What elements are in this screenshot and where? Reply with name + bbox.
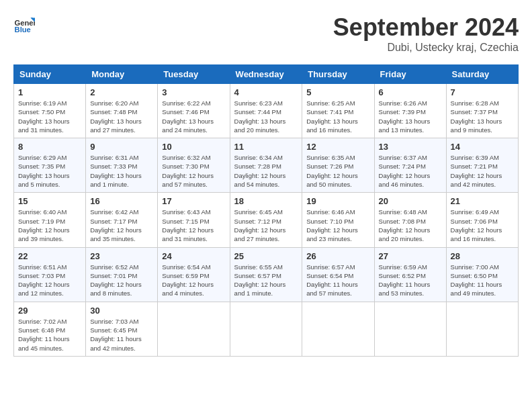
calendar-cell: 27Sunrise: 6:59 AMSunset: 6:52 PMDayligh… <box>374 247 446 302</box>
header-day-wednesday: Wednesday <box>230 65 302 84</box>
calendar-cell: 18Sunrise: 6:45 AMSunset: 7:12 PMDayligh… <box>230 193 302 247</box>
cell-info: Sunrise: 6:22 AMSunset: 7:46 PMDaylight:… <box>162 99 225 134</box>
calendar-cell <box>302 302 374 356</box>
calendar-cell: 23Sunrise: 6:52 AMSunset: 7:01 PMDayligh… <box>86 247 158 302</box>
cell-info: Sunrise: 6:25 AMSunset: 7:41 PMDaylight:… <box>306 99 369 134</box>
cell-info: Sunrise: 6:29 AMSunset: 7:35 PMDaylight:… <box>18 153 81 189</box>
day-number: 5 <box>306 87 369 97</box>
cell-info: Sunrise: 6:51 AMSunset: 7:03 PMDaylight:… <box>18 263 81 298</box>
cell-info: Sunrise: 6:49 AMSunset: 7:06 PMDaylight:… <box>451 208 514 243</box>
cell-info: Sunrise: 6:20 AMSunset: 7:48 PMDaylight:… <box>90 99 153 134</box>
logo-icon: General Blue <box>13 13 35 35</box>
calendar-cell: 9Sunrise: 6:31 AMSunset: 7:33 PMDaylight… <box>86 138 158 193</box>
cell-info: Sunrise: 6:19 AMSunset: 7:50 PMDaylight:… <box>18 99 81 134</box>
title-area: September 2024 Dubi, Ustecky kraj, Czech… <box>333 13 519 54</box>
day-number: 23 <box>90 251 153 261</box>
day-number: 11 <box>234 142 298 152</box>
calendar-cell: 8Sunrise: 6:29 AMSunset: 7:35 PMDaylight… <box>14 138 86 193</box>
day-number: 16 <box>90 196 153 206</box>
day-number: 8 <box>18 142 81 152</box>
logo: General Blue <box>13 13 35 35</box>
calendar-cell: 10Sunrise: 6:32 AMSunset: 7:30 PMDayligh… <box>158 138 230 193</box>
calendar-table: SundayMondayTuesdayWednesdayThursdayFrid… <box>13 64 519 357</box>
day-number: 4 <box>234 87 298 97</box>
day-number: 29 <box>18 306 81 316</box>
calendar-cell: 12Sunrise: 6:35 AMSunset: 7:26 PMDayligh… <box>302 138 374 193</box>
calendar-cell: 17Sunrise: 6:43 AMSunset: 7:15 PMDayligh… <box>158 193 230 247</box>
header-day-thursday: Thursday <box>302 65 374 84</box>
calendar-cell: 19Sunrise: 6:46 AMSunset: 7:10 PMDayligh… <box>302 193 374 247</box>
cell-info: Sunrise: 6:26 AMSunset: 7:39 PMDaylight:… <box>379 99 442 134</box>
day-number: 21 <box>451 196 514 206</box>
cell-info: Sunrise: 6:59 AMSunset: 6:52 PMDaylight:… <box>379 263 442 298</box>
cell-info: Sunrise: 6:52 AMSunset: 7:01 PMDaylight:… <box>90 263 153 298</box>
cell-info: Sunrise: 6:28 AMSunset: 7:37 PMDaylight:… <box>451 99 514 134</box>
calendar-cell <box>374 302 446 356</box>
cell-info: Sunrise: 7:00 AMSunset: 6:50 PMDaylight:… <box>451 263 514 298</box>
cell-info: Sunrise: 6:46 AMSunset: 7:10 PMDaylight:… <box>306 208 369 243</box>
calendar-cell: 5Sunrise: 6:25 AMSunset: 7:41 PMDaylight… <box>302 84 374 138</box>
calendar-cell: 7Sunrise: 6:28 AMSunset: 7:37 PMDaylight… <box>446 84 518 138</box>
svg-text:Blue: Blue <box>15 26 31 34</box>
cell-info: Sunrise: 6:48 AMSunset: 7:08 PMDaylight:… <box>379 208 442 243</box>
calendar-cell: 6Sunrise: 6:26 AMSunset: 7:39 PMDaylight… <box>374 84 446 138</box>
calendar-cell: 15Sunrise: 6:40 AMSunset: 7:19 PMDayligh… <box>14 193 86 247</box>
day-number: 19 <box>306 196 369 206</box>
day-number: 18 <box>234 196 298 206</box>
cell-info: Sunrise: 6:42 AMSunset: 7:17 PMDaylight:… <box>90 208 153 243</box>
calendar-cell: 30Sunrise: 7:03 AMSunset: 6:45 PMDayligh… <box>86 302 158 356</box>
calendar-cell <box>446 302 518 356</box>
calendar-cell <box>158 302 230 356</box>
day-number: 22 <box>18 251 81 261</box>
header-day-friday: Friday <box>374 65 446 84</box>
day-number: 20 <box>379 196 442 206</box>
calendar-week-2: 8Sunrise: 6:29 AMSunset: 7:35 PMDaylight… <box>14 138 519 193</box>
day-number: 17 <box>162 196 225 206</box>
day-number: 12 <box>306 142 369 152</box>
header-day-monday: Monday <box>86 65 158 84</box>
cell-info: Sunrise: 6:32 AMSunset: 7:30 PMDaylight:… <box>162 153 225 189</box>
calendar-cell <box>230 302 302 356</box>
calendar-cell: 16Sunrise: 6:42 AMSunset: 7:17 PMDayligh… <box>86 193 158 247</box>
calendar-cell: 29Sunrise: 7:02 AMSunset: 6:48 PMDayligh… <box>14 302 86 356</box>
day-number: 1 <box>18 87 81 97</box>
day-number: 25 <box>234 251 298 261</box>
calendar-week-4: 22Sunrise: 6:51 AMSunset: 7:03 PMDayligh… <box>14 247 519 302</box>
calendar-cell: 2Sunrise: 6:20 AMSunset: 7:48 PMDaylight… <box>86 84 158 138</box>
day-number: 7 <box>451 87 514 97</box>
calendar-cell: 22Sunrise: 6:51 AMSunset: 7:03 PMDayligh… <box>14 247 86 302</box>
cell-info: Sunrise: 6:37 AMSunset: 7:24 PMDaylight:… <box>379 153 442 189</box>
day-number: 28 <box>451 251 514 261</box>
calendar-cell: 1Sunrise: 6:19 AMSunset: 7:50 PMDaylight… <box>14 84 86 138</box>
day-number: 24 <box>162 251 225 261</box>
page-title: September 2024 <box>333 13 519 42</box>
cell-info: Sunrise: 6:43 AMSunset: 7:15 PMDaylight:… <box>162 208 225 243</box>
calendar-cell: 20Sunrise: 6:48 AMSunset: 7:08 PMDayligh… <box>374 193 446 247</box>
calendar-week-1: 1Sunrise: 6:19 AMSunset: 7:50 PMDaylight… <box>14 84 519 138</box>
calendar-cell: 24Sunrise: 6:54 AMSunset: 6:59 PMDayligh… <box>158 247 230 302</box>
cell-info: Sunrise: 6:35 AMSunset: 7:26 PMDaylight:… <box>306 153 369 189</box>
day-number: 13 <box>379 142 442 152</box>
calendar-cell: 14Sunrise: 6:39 AMSunset: 7:21 PMDayligh… <box>446 138 518 193</box>
calendar-cell: 26Sunrise: 6:57 AMSunset: 6:54 PMDayligh… <box>302 247 374 302</box>
cell-info: Sunrise: 6:45 AMSunset: 7:12 PMDaylight:… <box>234 208 298 243</box>
day-number: 27 <box>379 251 442 261</box>
cell-info: Sunrise: 7:03 AMSunset: 6:45 PMDaylight:… <box>90 317 153 353</box>
day-number: 14 <box>451 142 514 152</box>
cell-info: Sunrise: 6:34 AMSunset: 7:28 PMDaylight:… <box>234 153 298 189</box>
calendar-week-5: 29Sunrise: 7:02 AMSunset: 6:48 PMDayligh… <box>14 302 519 356</box>
cell-info: Sunrise: 6:40 AMSunset: 7:19 PMDaylight:… <box>18 208 81 243</box>
page-header: General Blue September 2024 Dubi, Usteck… <box>13 13 519 54</box>
cell-info: Sunrise: 6:54 AMSunset: 6:59 PMDaylight:… <box>162 263 225 298</box>
cell-info: Sunrise: 6:55 AMSunset: 6:57 PMDaylight:… <box>234 263 298 298</box>
calendar-cell: 4Sunrise: 6:23 AMSunset: 7:44 PMDaylight… <box>230 84 302 138</box>
calendar-header-row: SundayMondayTuesdayWednesdayThursdayFrid… <box>14 65 519 84</box>
header-day-tuesday: Tuesday <box>158 65 230 84</box>
calendar-cell: 13Sunrise: 6:37 AMSunset: 7:24 PMDayligh… <box>374 138 446 193</box>
day-number: 10 <box>162 142 225 152</box>
page-subtitle: Dubi, Ustecky kraj, Czechia <box>333 42 519 54</box>
cell-info: Sunrise: 6:31 AMSunset: 7:33 PMDaylight:… <box>90 153 153 189</box>
day-number: 6 <box>379 87 442 97</box>
calendar-cell: 11Sunrise: 6:34 AMSunset: 7:28 PMDayligh… <box>230 138 302 193</box>
calendar-week-3: 15Sunrise: 6:40 AMSunset: 7:19 PMDayligh… <box>14 193 519 247</box>
